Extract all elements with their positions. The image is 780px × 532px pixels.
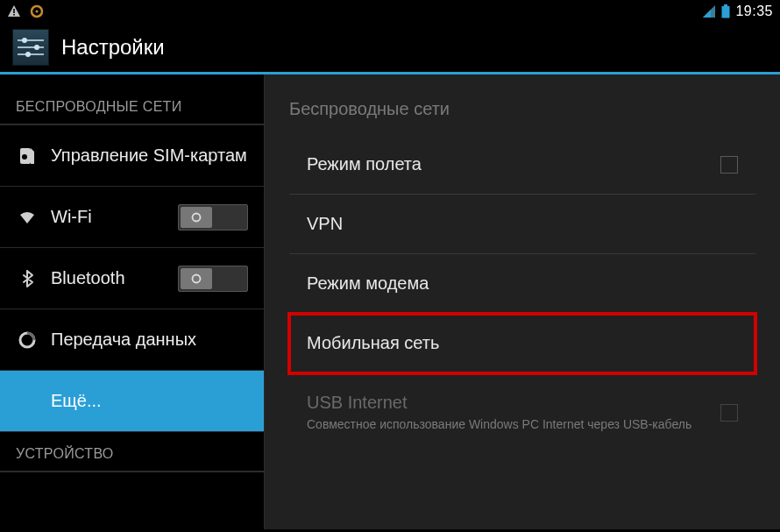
svg-point-3 — [36, 10, 39, 12]
sidebar-item-more[interactable]: Ещё... — [0, 371, 264, 432]
body: БЕСПРОВОДНЫЕ СЕТИ Управление SIM-картами… — [0, 74, 780, 529]
svg-point-11 — [25, 52, 31, 57]
content-label: Режим полета — [307, 154, 720, 174]
content-item-airplane[interactable]: Режим полета — [289, 135, 755, 195]
wifi-icon — [16, 208, 39, 227]
sidebar-section-device: УСТРОЙСТВО — [0, 432, 264, 472]
sidebar-item-label: Управление SIM-картами — [51, 145, 248, 166]
data-usage-icon — [16, 330, 39, 350]
toggle-knob-off — [181, 207, 212, 228]
sidebar-item-sim[interactable]: Управление SIM-картами — [0, 125, 264, 187]
status-left — [7, 4, 44, 18]
svg-point-7 — [22, 38, 27, 43]
svg-rect-4 — [724, 4, 727, 6]
content-label: Мобильная сеть — [307, 333, 738, 353]
bluetooth-icon — [16, 269, 39, 288]
warning-icon — [7, 4, 21, 18]
sidebar-item-label: Bluetooth — [51, 268, 166, 288]
wifi-toggle[interactable] — [178, 204, 248, 231]
sync-icon — [30, 4, 44, 18]
svg-point-15 — [193, 274, 201, 282]
svg-point-13 — [22, 154, 27, 160]
svg-rect-5 — [722, 6, 730, 18]
sidebar-item-data-usage[interactable]: Передача данных — [0, 309, 264, 371]
bluetooth-toggle[interactable] — [178, 266, 248, 292]
content-sublabel: Совместное использование Windows PC Inte… — [307, 416, 720, 432]
content-label: USB Internet — [307, 393, 720, 413]
svg-point-14 — [193, 213, 201, 221]
content-item-tethering[interactable]: Режим модема — [289, 254, 755, 314]
content-label: Режим модема — [307, 273, 738, 294]
svg-point-9 — [34, 45, 39, 50]
sim-icon — [16, 146, 39, 166]
sidebar-section-wireless: БЕСПРОВОДНЫЕ СЕТИ — [0, 74, 264, 125]
usb-checkbox — [720, 404, 738, 422]
content-label: VPN — [307, 214, 738, 234]
status-time: 19:35 — [735, 4, 773, 19]
status-bar: 19:35 — [0, 0, 780, 22]
svg-rect-1 — [13, 14, 15, 16]
sidebar-item-wifi[interactable]: Wi-Fi — [0, 187, 264, 248]
page-title: Настройки — [61, 35, 165, 60]
content-item-usb-internet: USB Internet Совместное использование Wi… — [289, 373, 755, 451]
signal-icon — [702, 4, 716, 18]
content-item-mobile-network[interactable]: Мобильная сеть — [289, 314, 755, 373]
content-item-vpn[interactable]: VPN — [289, 195, 755, 254]
svg-rect-0 — [13, 9, 15, 13]
airplane-checkbox[interactable] — [720, 156, 738, 174]
content-item-inner: USB Internet Совместное использование Wi… — [307, 393, 720, 432]
app-header: Настройки — [0, 22, 780, 74]
battery-icon — [721, 4, 730, 18]
content-header: Беспроводные сети — [265, 74, 780, 135]
toggle-knob-off — [181, 268, 212, 289]
sidebar-item-label: Wi-Fi — [51, 207, 166, 227]
content-list: Режим полета VPN Режим модема Мобильная … — [265, 135, 780, 451]
sidebar-item-label: Ещё... — [51, 391, 248, 411]
settings-icon — [12, 29, 49, 66]
sidebar: БЕСПРОВОДНЫЕ СЕТИ Управление SIM-картами… — [0, 74, 265, 529]
status-right: 19:35 — [702, 4, 773, 19]
sidebar-item-label: Передача данных — [51, 330, 248, 350]
sidebar-item-bluetooth[interactable]: Bluetooth — [0, 248, 264, 309]
content-panel: Беспроводные сети Режим полета VPN Режим… — [265, 74, 780, 529]
